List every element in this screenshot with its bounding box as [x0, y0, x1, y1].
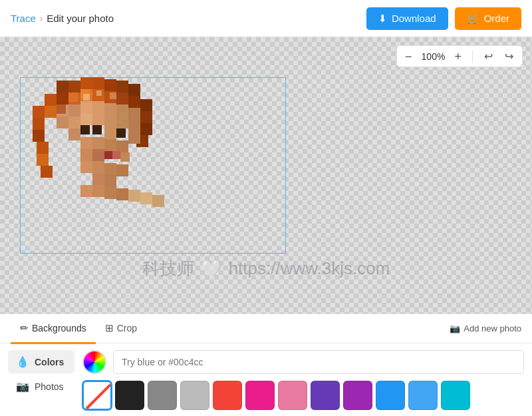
svg-rect-4	[104, 79, 116, 91]
svg-rect-6	[128, 84, 140, 96]
svg-rect-69	[68, 93, 78, 102]
color-swatch-gray1[interactable]	[148, 381, 177, 410]
svg-rect-67	[152, 195, 164, 207]
svg-rect-13	[116, 93, 128, 104]
svg-rect-61	[80, 185, 92, 197]
svg-rect-41	[80, 125, 90, 134]
color-swatch-purple2[interactable]	[343, 381, 372, 410]
order-label: Order	[484, 13, 509, 24]
svg-rect-29	[92, 101, 104, 113]
color-wheel[interactable]	[82, 350, 106, 374]
tab-crop[interactable]: ⊞ Crop	[96, 315, 146, 344]
svg-rect-2	[80, 77, 92, 89]
color-swatch-transparent[interactable]	[82, 381, 112, 410]
download-label: Download	[392, 13, 436, 24]
svg-rect-63	[104, 187, 116, 199]
svg-rect-16	[33, 106, 45, 118]
svg-rect-59	[92, 173, 104, 185]
svg-rect-20	[37, 142, 49, 154]
color-swatch-gray2[interactable]	[180, 381, 209, 410]
svg-rect-71	[83, 94, 90, 101]
colors-panel: 💧 Colors 📷 Photos	[0, 343, 532, 416]
svg-rect-48	[104, 139, 116, 151]
svg-rect-35	[80, 113, 92, 125]
svg-rect-52	[104, 151, 112, 159]
svg-rect-32	[128, 108, 140, 120]
breadcrumb-separator: ›	[40, 13, 43, 23]
zoom-out-button[interactable]: −	[402, 51, 415, 63]
svg-line-74	[86, 385, 110, 409]
svg-rect-24	[140, 123, 152, 135]
svg-rect-73	[110, 93, 116, 99]
color-swatch-pink2[interactable]	[278, 381, 307, 410]
zoom-in-button[interactable]: +	[452, 51, 464, 63]
add-photo-label: Add new photo	[464, 323, 521, 333]
svg-rect-50	[80, 149, 92, 161]
color-swatch-pink1[interactable]	[245, 381, 275, 410]
backgrounds-icon: ✏	[20, 322, 29, 334]
color-text-input[interactable]	[113, 350, 524, 374]
color-swatch-cyan[interactable]	[441, 381, 470, 410]
option-colors[interactable]: 💧 Colors	[8, 350, 74, 373]
svg-rect-49	[116, 140, 128, 152]
cart-icon: 🛒	[467, 13, 479, 25]
canvas-area: − 100% + ↩ ↪	[0, 37, 532, 313]
controls-divider	[472, 51, 473, 63]
svg-rect-19	[33, 130, 45, 142]
svg-rect-37	[104, 115, 116, 127]
svg-rect-3	[92, 77, 104, 89]
undo-button[interactable]: ↩	[481, 49, 496, 64]
color-swatch-blue1[interactable]	[376, 381, 405, 410]
header: Trace › Edit your photo ⬇ Download 🛒 Ord…	[0, 0, 532, 37]
bottom-panel: ✏ Backgrounds ⊞ Crop 📷 Add new photo 💧 C…	[0, 313, 532, 416]
droplet-icon: 💧	[16, 355, 29, 368]
tab-backgrounds[interactable]: ✏ Backgrounds	[11, 315, 96, 344]
breadcrumb-current-page: Edit your photo	[47, 13, 114, 24]
svg-rect-60	[104, 175, 116, 187]
option-photos[interactable]: 📷 Photos	[8, 375, 74, 398]
breadcrumb: Trace › Edit your photo	[11, 13, 114, 24]
color-swatch-purple1[interactable]	[311, 381, 340, 410]
svg-rect-17	[45, 106, 57, 118]
camera-small-icon: 📷	[16, 380, 29, 393]
color-swatch-red[interactable]	[213, 381, 242, 410]
svg-rect-8	[45, 94, 57, 106]
svg-rect-28	[80, 101, 92, 113]
tab-backgrounds-label: Backgrounds	[32, 323, 86, 333]
svg-rect-65	[128, 190, 140, 202]
svg-rect-68	[57, 104, 66, 114]
color-input-row	[82, 350, 524, 374]
svg-rect-46	[80, 137, 92, 149]
order-button[interactable]: 🛒 Order	[455, 7, 521, 30]
color-swatch-black[interactable]	[115, 381, 144, 410]
svg-rect-58	[116, 164, 128, 176]
breadcrumb-trace-link[interactable]: Trace	[11, 13, 36, 24]
color-swatch-blue2[interactable]	[408, 381, 438, 410]
option-colors-label: Colors	[35, 357, 64, 367]
svg-rect-36	[92, 113, 104, 125]
add-new-photo-button[interactable]: 📷 Add new photo	[450, 323, 521, 333]
download-icon: ⬇	[378, 13, 387, 25]
svg-rect-7	[57, 93, 68, 104]
download-button[interactable]: ⬇ Download	[366, 7, 448, 30]
color-swatches	[82, 381, 524, 410]
svg-rect-64	[116, 188, 128, 200]
redo-button[interactable]: ↪	[501, 49, 517, 64]
svg-rect-27	[68, 104, 80, 116]
svg-rect-66	[140, 192, 152, 204]
svg-rect-5	[116, 81, 128, 93]
svg-rect-43	[104, 127, 116, 139]
svg-rect-1	[68, 81, 80, 93]
svg-rect-55	[80, 161, 92, 173]
svg-rect-0	[57, 81, 68, 93]
zoom-level-display: 100%	[420, 51, 446, 62]
svg-rect-34	[68, 116, 80, 128]
svg-rect-38	[116, 116, 128, 128]
svg-rect-21	[37, 154, 49, 166]
svg-rect-33	[57, 116, 68, 128]
tab-crop-label: Crop	[117, 323, 137, 333]
svg-rect-45	[128, 132, 140, 144]
svg-rect-54	[120, 152, 130, 162]
svg-rect-44	[116, 128, 126, 138]
camera-icon: 📷	[450, 323, 460, 333]
